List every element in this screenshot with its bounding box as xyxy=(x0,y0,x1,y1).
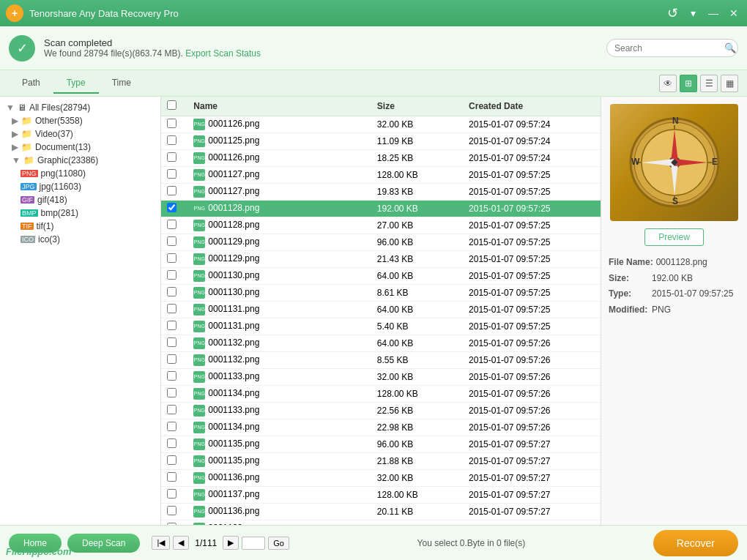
row-checkbox-cell[interactable] xyxy=(161,167,187,184)
row-checkbox[interactable] xyxy=(167,472,176,482)
tab-time[interactable]: Time xyxy=(99,73,144,94)
row-checkbox-cell[interactable] xyxy=(161,217,187,234)
table-row[interactable]: PNG0001131.png 5.40 KB 2015-01-07 09:57:… xyxy=(161,318,601,335)
page-input[interactable]: 1 xyxy=(242,537,265,550)
row-checkbox-cell[interactable] xyxy=(161,318,187,335)
row-checkbox-cell[interactable] xyxy=(161,251,187,268)
row-checkbox[interactable] xyxy=(167,337,176,347)
sidebar-item-png[interactable]: PNG png(11080) xyxy=(0,167,160,180)
history-button[interactable]: ↺ xyxy=(665,5,680,21)
view-btn-preview[interactable]: 👁 xyxy=(659,75,677,92)
row-checkbox-cell[interactable] xyxy=(161,234,187,251)
table-row[interactable]: PNG0001134.png 22.98 KB 2015-01-07 09:57… xyxy=(161,419,601,436)
row-checkbox[interactable] xyxy=(167,321,176,330)
page-next-button[interactable]: ▶ xyxy=(223,536,239,550)
row-checkbox-cell[interactable] xyxy=(161,386,187,403)
row-checkbox-cell[interactable] xyxy=(161,133,187,150)
table-row[interactable]: PNG0001134.png 128.00 KB 2015-01-07 09:5… xyxy=(161,386,601,403)
row-checkbox[interactable] xyxy=(167,354,176,364)
row-checkbox[interactable] xyxy=(167,169,176,179)
row-checkbox-cell[interactable] xyxy=(161,369,187,386)
row-checkbox-cell[interactable] xyxy=(161,335,187,352)
page-prev-button[interactable]: ◀ xyxy=(173,536,189,550)
minimize-button[interactable]: — xyxy=(706,7,721,19)
sidebar-item-allfiles[interactable]: ▼ 🖥 All Files(28794) xyxy=(0,101,160,114)
row-checkbox[interactable] xyxy=(167,270,176,280)
row-checkbox[interactable] xyxy=(167,405,176,414)
row-checkbox-cell[interactable] xyxy=(161,436,187,453)
row-checkbox[interactable] xyxy=(167,455,176,465)
view-btn-list[interactable]: ☰ xyxy=(700,75,718,92)
preview-button[interactable]: Preview xyxy=(644,228,704,246)
row-checkbox[interactable] xyxy=(167,186,176,195)
row-checkbox[interactable] xyxy=(167,304,176,313)
sidebar-item-video[interactable]: ▶ 📁 Video(37) xyxy=(0,127,160,141)
sidebar-item-other[interactable]: ▶ 📁 Other(5358) xyxy=(0,114,160,127)
row-checkbox[interactable] xyxy=(167,371,176,381)
table-row[interactable]: PNG0001133.png 22.56 KB 2015-01-07 09:57… xyxy=(161,403,601,419)
row-checkbox-cell[interactable] xyxy=(161,302,187,318)
row-checkbox-cell[interactable] xyxy=(161,419,187,436)
sidebar-item-graphic[interactable]: ▼ 📁 Graphic(23386) xyxy=(0,154,160,167)
table-row[interactable]: PNG0001128.png 27.00 KB 2015-01-07 09:57… xyxy=(161,217,601,234)
table-row[interactable]: PNG0001130.png 8.61 KB 2015-01-07 09:57:… xyxy=(161,285,601,302)
table-row[interactable]: PNG0001130.png 64.00 KB 2015-01-07 09:57… xyxy=(161,268,601,285)
table-row[interactable]: PNG0001135.png 21.88 KB 2015-01-07 09:57… xyxy=(161,453,601,470)
row-checkbox[interactable] xyxy=(167,236,176,246)
row-checkbox[interactable] xyxy=(167,135,176,145)
table-row[interactable]: PNG0001129.png 96.00 KB 2015-01-07 09:57… xyxy=(161,234,601,251)
row-checkbox[interactable] xyxy=(167,506,176,515)
row-checkbox[interactable] xyxy=(167,203,176,212)
file-scroll-area[interactable]: Name Size Created Date PNG0001126.png 32… xyxy=(161,97,601,525)
export-scan-link[interactable]: Export Scan Status xyxy=(185,48,261,59)
sidebar-item-gif[interactable]: GIF gif(418) xyxy=(0,193,160,206)
row-checkbox-cell[interactable] xyxy=(161,116,187,133)
tab-path[interactable]: Path xyxy=(9,73,53,94)
row-checkbox-cell[interactable] xyxy=(161,150,187,167)
row-checkbox[interactable] xyxy=(167,438,176,448)
row-checkbox[interactable] xyxy=(167,119,176,128)
table-row[interactable]: PNG0001126.png 18.25 KB 2015-01-07 09:57… xyxy=(161,150,601,167)
row-checkbox-cell[interactable] xyxy=(161,487,187,504)
view-btn-details[interactable]: ▦ xyxy=(721,75,738,92)
header-checkbox[interactable] xyxy=(161,97,187,116)
table-row[interactable]: PNG0001128.png 192.00 KB 2015-01-07 09:5… xyxy=(161,201,601,217)
table-row[interactable]: PNG0001133.png 32.00 KB 2015-01-07 09:57… xyxy=(161,369,601,386)
row-checkbox[interactable] xyxy=(167,253,176,263)
row-checkbox-cell[interactable] xyxy=(161,504,187,520)
search-box[interactable]: 🔍 xyxy=(606,39,738,57)
row-checkbox-cell[interactable] xyxy=(161,470,187,487)
table-row[interactable]: PNG0001127.png 19.83 KB 2015-01-07 09:57… xyxy=(161,184,601,201)
deep-scan-button[interactable]: Deep Scan xyxy=(67,534,140,553)
table-row[interactable]: PNG0001132.png 8.55 KB 2015-01-07 09:57:… xyxy=(161,352,601,369)
page-first-button[interactable]: |◀ xyxy=(152,536,170,550)
row-checkbox[interactable] xyxy=(167,220,176,229)
table-row[interactable]: PNG0001131.png 64.00 KB 2015-01-07 09:57… xyxy=(161,302,601,318)
row-checkbox[interactable] xyxy=(167,489,176,499)
sidebar-item-ico[interactable]: ICO ico(3) xyxy=(0,233,160,246)
table-row[interactable]: PNG0001126.png 32.00 KB 2015-01-07 09:57… xyxy=(161,116,601,133)
sidebar-item-bmp[interactable]: BMP bmp(281) xyxy=(0,206,160,220)
row-checkbox-cell[interactable] xyxy=(161,453,187,470)
view-btn-grid[interactable]: ⊞ xyxy=(680,75,697,92)
table-row[interactable]: PNG0001136.png 32.00 KB 2015-01-07 09:57… xyxy=(161,470,601,487)
row-checkbox[interactable] xyxy=(167,388,176,397)
table-row[interactable]: PNG0001137.png 128.00 KB 2015-01-07 09:5… xyxy=(161,487,601,504)
table-row[interactable]: PNG0001127.png 128.00 KB 2015-01-07 09:5… xyxy=(161,167,601,184)
tab-type[interactable]: Type xyxy=(53,73,99,94)
sidebar-item-tif[interactable]: TIF tif(1) xyxy=(0,220,160,233)
row-checkbox[interactable] xyxy=(167,152,176,162)
table-row[interactable]: PNG0001135.png 96.00 KB 2015-01-07 09:57… xyxy=(161,436,601,453)
page-go-button[interactable]: Go xyxy=(268,537,289,550)
table-row[interactable]: PNG0001129.png 21.43 KB 2015-01-07 09:57… xyxy=(161,251,601,268)
table-row[interactable]: PNG0001125.png 11.09 KB 2015-01-07 09:57… xyxy=(161,133,601,150)
sidebar-item-document[interactable]: ▶ 📁 Document(13) xyxy=(0,141,160,154)
row-checkbox-cell[interactable] xyxy=(161,285,187,302)
row-checkbox[interactable] xyxy=(167,422,176,431)
search-input[interactable] xyxy=(614,43,724,53)
select-all-checkbox[interactable] xyxy=(167,100,176,110)
row-checkbox-cell[interactable] xyxy=(161,201,187,217)
recover-button[interactable]: Recover xyxy=(653,530,738,556)
table-row[interactable]: PNG0001136.png 20.11 KB 2015-01-07 09:57… xyxy=(161,504,601,520)
row-checkbox-cell[interactable] xyxy=(161,184,187,201)
